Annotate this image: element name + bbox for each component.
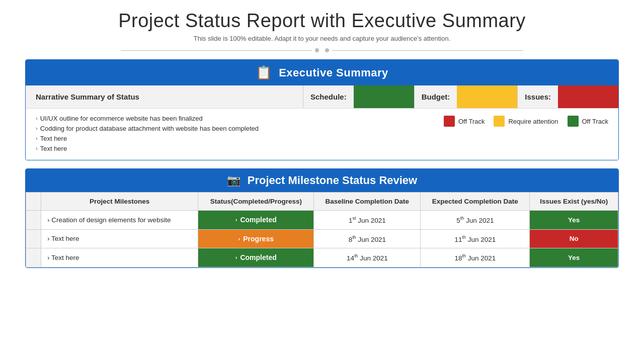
executive-summary-title: Executive Summary <box>279 66 388 79</box>
bullet-arrow-icon: › <box>47 254 50 261</box>
bullets-col: › UI/UX outline for ecommerce website ha… <box>36 115 444 155</box>
document-icon: 📋 <box>256 65 272 80</box>
milestone-text: Creation of design elements for website <box>51 216 171 224</box>
schedule-label: Schedule: <box>303 85 354 108</box>
divider-dot-right <box>325 48 329 52</box>
executive-summary-section: 📋 Executive Summary Narrative Summary of… <box>25 59 619 160</box>
col-header-empty <box>26 193 41 211</box>
status-arrow-icon: › <box>235 217 237 223</box>
milestone-cell: › Text here <box>41 229 198 248</box>
schedule-item: Schedule: <box>303 85 415 108</box>
narrative-label: Narrative Summary of Status <box>26 85 303 108</box>
milestone-icon: 📷 <box>227 174 240 187</box>
status-arrow-icon: › <box>238 236 240 242</box>
legend-label-off-track: Off Track <box>458 118 485 125</box>
milestone-title: Project Milestone Status Review <box>248 174 417 187</box>
status-text: Progress <box>243 235 274 243</box>
status-cell: › Progress <box>198 229 314 248</box>
expected-cell: 18th Jun 2021 <box>421 248 530 267</box>
milestone-table: Project Milestones Status(Completed/Prog… <box>26 192 618 267</box>
status-row: Narrative Summary of Status Schedule: Bu… <box>26 85 618 109</box>
baseline-cell: 8th Jun 2021 <box>314 229 421 248</box>
legend-label-on-track: Off Track <box>582 118 609 125</box>
legend-item-green: Off Track <box>568 116 609 127</box>
issues-label: Issues: <box>518 85 558 108</box>
legend-item-red: Off Track <box>444 116 485 127</box>
status-text: Completed <box>240 253 276 261</box>
legend-item-yellow: Require attention <box>494 116 558 127</box>
row-num <box>26 229 41 248</box>
bullet-arrow-icon: › <box>36 125 38 131</box>
page-title: Project Status Report with Executive Sum… <box>25 10 619 32</box>
expected-cell: 11th Jun 2021 <box>421 229 530 248</box>
milestone-text: Text here <box>51 235 79 242</box>
milestone-text: Text here <box>51 254 79 261</box>
status-text: Completed <box>240 216 276 224</box>
issues-cell: Yes <box>530 248 618 267</box>
baseline-cell: 1st Jun 2021 <box>314 211 421 230</box>
expected-cell: 5th Jun 2021 <box>421 211 530 230</box>
bullet-arrow-icon: › <box>36 115 38 121</box>
milestone-header: 📷 Project Milestone Status Review <box>26 169 618 192</box>
table-row: › Creation of design elements for websit… <box>26 211 618 230</box>
budget-color <box>457 85 517 108</box>
table-row: › Text here › Progress 8th Jun 2021 11th… <box>26 229 618 248</box>
bullet-arrow-icon: › <box>36 145 38 151</box>
bullet-arrow-icon: › <box>36 135 38 141</box>
divider-left <box>121 50 312 51</box>
milestone-section: 📷 Project Milestone Status Review Projec… <box>25 168 619 268</box>
table-header-row: Project Milestones Status(Completed/Prog… <box>26 193 618 211</box>
executive-summary-header: 📋 Executive Summary <box>26 60 618 85</box>
row-num <box>26 211 41 230</box>
col-header-issues: Issues Exist (yes/No) <box>530 193 618 211</box>
status-cell: › Completed <box>198 248 314 267</box>
page: Project Status Report with Executive Sum… <box>0 0 644 362</box>
baseline-cell: 14th Jun 2021 <box>314 248 421 267</box>
bullet-item: › UI/UX outline for ecommerce website ha… <box>36 115 444 122</box>
legend-box-red <box>444 116 455 127</box>
issues-cell: Yes <box>530 211 618 230</box>
bullet-item: › Text here <box>36 145 444 152</box>
status-arrow-icon: › <box>235 254 237 260</box>
bullet-text: UI/UX outline for ecommerce website has … <box>40 115 203 122</box>
bullet-item: › Codding for product database attachmen… <box>36 125 444 132</box>
divider-dot-left <box>315 48 319 52</box>
issues-cell: No <box>530 229 618 248</box>
divider <box>25 48 619 52</box>
bullet-text: Codding for product database attachment … <box>40 125 259 132</box>
row-num <box>26 248 41 267</box>
col-header-baseline: Baseline Completion Date <box>314 193 421 211</box>
milestone-cell: › Text here <box>41 248 198 267</box>
bullet-text: Text here <box>40 135 67 142</box>
schedule-color <box>354 85 414 108</box>
col-header-status: Status(Completed/Progress) <box>198 193 314 211</box>
legend-col: Off Track Require attention Off Track <box>444 115 608 127</box>
table-row: › Text here › Completed 14th Jun 2021 18… <box>26 248 618 267</box>
bullets-legend-row: › UI/UX outline for ecommerce website ha… <box>26 109 618 160</box>
bullet-item: › Text here <box>36 135 444 142</box>
issues-item: Issues: <box>518 85 618 108</box>
legend-box-yellow <box>494 116 505 127</box>
bullet-arrow-icon: › <box>47 235 50 242</box>
col-header-expected: Expected Completion Date <box>421 193 530 211</box>
legend-label-require-attention: Require attention <box>508 118 558 125</box>
bullet-text: Text here <box>40 145 67 152</box>
col-header-milestones: Project Milestones <box>41 193 198 211</box>
issues-color <box>558 85 618 108</box>
budget-label: Budget: <box>415 85 457 108</box>
budget-item: Budget: <box>415 85 518 108</box>
status-cell: › Completed <box>198 211 314 230</box>
bullet-arrow-icon: › <box>47 216 50 224</box>
page-subtitle: This slide is 100% editable. Adapt it to… <box>25 35 619 42</box>
legend-box-green <box>568 116 579 127</box>
divider-right <box>332 50 523 51</box>
milestone-cell: › Creation of design elements for websit… <box>41 211 198 230</box>
